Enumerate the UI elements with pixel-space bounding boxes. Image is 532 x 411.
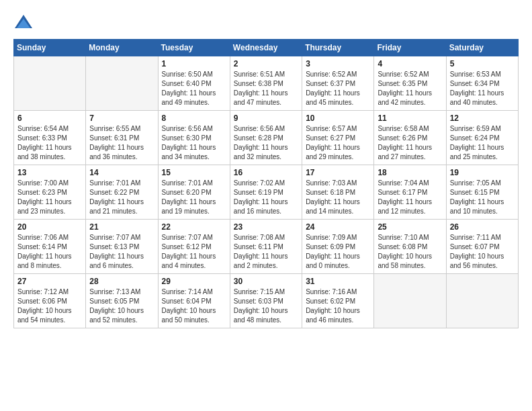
day-number: 28 [89, 277, 154, 286]
day-info: Sunrise: 7:09 AM Sunset: 6:09 PM Dayligh… [306, 233, 370, 271]
day-info: Sunrise: 7:08 AM Sunset: 6:11 PM Dayligh… [234, 233, 298, 271]
day-info: Sunrise: 6:59 AM Sunset: 6:24 PM Dayligh… [450, 124, 515, 162]
day-number: 4 [378, 59, 442, 68]
calendar-cell: 29Sunrise: 7:14 AM Sunset: 6:04 PM Dayli… [158, 274, 230, 328]
calendar-cell: 19Sunrise: 7:05 AM Sunset: 6:15 PM Dayli… [446, 165, 518, 220]
day-info: Sunrise: 7:04 AM Sunset: 6:17 PM Dayligh… [378, 179, 442, 216]
day-info: Sunrise: 7:02 AM Sunset: 6:19 PM Dayligh… [234, 179, 298, 216]
page: SundayMondayTuesdayWednesdayThursdayFrid… [0, 0, 532, 335]
day-info: Sunrise: 6:57 AM Sunset: 6:27 PM Dayligh… [306, 124, 370, 162]
day-number: 5 [450, 59, 515, 68]
col-header-tuesday: Tuesday [158, 40, 230, 56]
day-number: 17 [306, 168, 370, 177]
day-info: Sunrise: 7:01 AM Sunset: 6:22 PM Dayligh… [89, 179, 154, 216]
col-header-monday: Monday [86, 40, 158, 56]
calendar-cell: 21Sunrise: 7:07 AM Sunset: 6:13 PM Dayli… [86, 220, 158, 274]
col-header-thursday: Thursday [302, 40, 374, 56]
day-info: Sunrise: 7:12 AM Sunset: 6:06 PM Dayligh… [17, 287, 82, 325]
day-info: Sunrise: 7:01 AM Sunset: 6:20 PM Dayligh… [162, 179, 226, 216]
day-number: 9 [234, 113, 298, 123]
col-header-sunday: Sunday [14, 40, 86, 56]
day-info: Sunrise: 7:03 AM Sunset: 6:18 PM Dayligh… [306, 179, 370, 216]
calendar-cell: 26Sunrise: 7:11 AM Sunset: 6:07 PM Dayli… [446, 220, 518, 274]
day-info: Sunrise: 7:14 AM Sunset: 6:04 PM Dayligh… [162, 287, 226, 325]
day-info: Sunrise: 6:52 AM Sunset: 6:37 PM Dayligh… [306, 70, 370, 107]
calendar-cell: 2Sunrise: 6:51 AM Sunset: 6:38 PM Daylig… [230, 56, 302, 111]
calendar-cell: 27Sunrise: 7:12 AM Sunset: 6:06 PM Dayli… [14, 274, 86, 328]
day-info: Sunrise: 6:54 AM Sunset: 6:33 PM Dayligh… [17, 124, 82, 162]
day-number: 18 [378, 168, 442, 177]
day-info: Sunrise: 7:05 AM Sunset: 6:15 PM Dayligh… [450, 179, 515, 216]
calendar-cell: 23Sunrise: 7:08 AM Sunset: 6:11 PM Dayli… [230, 220, 302, 274]
day-number: 6 [17, 113, 82, 123]
day-info: Sunrise: 6:53 AM Sunset: 6:34 PM Dayligh… [450, 70, 515, 107]
header-row: SundayMondayTuesdayWednesdayThursdayFrid… [14, 40, 519, 56]
day-number: 24 [306, 222, 370, 232]
calendar-cell: 1Sunrise: 6:50 AM Sunset: 6:40 PM Daylig… [158, 56, 230, 111]
col-header-friday: Friday [374, 40, 446, 56]
day-info: Sunrise: 7:15 AM Sunset: 6:03 PM Dayligh… [234, 287, 298, 325]
calendar-cell: 22Sunrise: 7:07 AM Sunset: 6:12 PM Dayli… [158, 220, 230, 274]
day-number: 14 [89, 168, 154, 177]
week-row-1: 1Sunrise: 6:50 AM Sunset: 6:40 PM Daylig… [14, 56, 519, 111]
day-info: Sunrise: 7:13 AM Sunset: 6:05 PM Dayligh… [89, 287, 154, 325]
week-row-5: 27Sunrise: 7:12 AM Sunset: 6:06 PM Dayli… [14, 274, 519, 328]
calendar-cell: 31Sunrise: 7:16 AM Sunset: 6:02 PM Dayli… [302, 274, 374, 328]
day-number: 30 [234, 277, 298, 286]
week-row-4: 20Sunrise: 7:06 AM Sunset: 6:14 PM Dayli… [14, 220, 519, 274]
header [13, 11, 519, 34]
day-number: 25 [378, 222, 442, 232]
day-info: Sunrise: 6:58 AM Sunset: 6:26 PM Dayligh… [378, 124, 442, 162]
day-number: 7 [89, 113, 154, 123]
week-row-3: 13Sunrise: 7:00 AM Sunset: 6:23 PM Dayli… [14, 165, 519, 220]
day-number: 29 [162, 277, 226, 286]
day-number: 22 [162, 222, 226, 232]
day-info: Sunrise: 7:07 AM Sunset: 6:12 PM Dayligh… [162, 233, 226, 271]
calendar-cell [446, 274, 518, 328]
calendar-cell: 25Sunrise: 7:10 AM Sunset: 6:08 PM Dayli… [374, 220, 446, 274]
day-info: Sunrise: 6:51 AM Sunset: 6:38 PM Dayligh… [234, 70, 298, 107]
day-number: 8 [162, 113, 226, 123]
day-number: 21 [89, 222, 154, 232]
week-row-2: 6Sunrise: 6:54 AM Sunset: 6:33 PM Daylig… [14, 111, 519, 165]
calendar-cell [374, 274, 446, 328]
calendar-cell: 6Sunrise: 6:54 AM Sunset: 6:33 PM Daylig… [14, 111, 86, 165]
day-info: Sunrise: 7:11 AM Sunset: 6:07 PM Dayligh… [450, 233, 515, 271]
calendar-cell: 10Sunrise: 6:57 AM Sunset: 6:27 PM Dayli… [302, 111, 374, 165]
logo [13, 13, 36, 34]
calendar-cell: 7Sunrise: 6:55 AM Sunset: 6:31 PM Daylig… [86, 111, 158, 165]
calendar-cell: 4Sunrise: 6:52 AM Sunset: 6:35 PM Daylig… [374, 56, 446, 111]
col-header-saturday: Saturday [446, 40, 518, 56]
day-info: Sunrise: 6:55 AM Sunset: 6:31 PM Dayligh… [89, 124, 154, 162]
day-info: Sunrise: 7:10 AM Sunset: 6:08 PM Dayligh… [378, 233, 442, 271]
day-number: 15 [162, 168, 226, 177]
day-number: 19 [450, 168, 515, 177]
day-info: Sunrise: 6:56 AM Sunset: 6:30 PM Dayligh… [162, 124, 226, 162]
calendar-cell: 18Sunrise: 7:04 AM Sunset: 6:17 PM Dayli… [374, 165, 446, 220]
calendar-cell: 16Sunrise: 7:02 AM Sunset: 6:19 PM Dayli… [230, 165, 302, 220]
day-number: 11 [378, 113, 442, 123]
col-header-wednesday: Wednesday [230, 40, 302, 56]
day-number: 2 [234, 59, 298, 68]
calendar-cell [86, 56, 158, 111]
day-info: Sunrise: 6:52 AM Sunset: 6:35 PM Dayligh… [378, 70, 442, 107]
day-number: 27 [17, 277, 82, 286]
day-number: 23 [234, 222, 298, 232]
calendar-cell: 3Sunrise: 6:52 AM Sunset: 6:37 PM Daylig… [302, 56, 374, 111]
day-number: 10 [306, 113, 370, 123]
calendar-cell: 13Sunrise: 7:00 AM Sunset: 6:23 PM Dayli… [14, 165, 86, 220]
calendar-cell: 15Sunrise: 7:01 AM Sunset: 6:20 PM Dayli… [158, 165, 230, 220]
day-info: Sunrise: 7:16 AM Sunset: 6:02 PM Dayligh… [306, 287, 370, 325]
calendar-cell: 17Sunrise: 7:03 AM Sunset: 6:18 PM Dayli… [302, 165, 374, 220]
calendar-cell: 5Sunrise: 6:53 AM Sunset: 6:34 PM Daylig… [446, 56, 518, 111]
calendar-cell: 9Sunrise: 6:56 AM Sunset: 6:28 PM Daylig… [230, 111, 302, 165]
day-number: 3 [306, 59, 370, 68]
day-number: 20 [17, 222, 82, 232]
calendar-table: SundayMondayTuesdayWednesdayThursdayFrid… [13, 39, 519, 328]
day-info: Sunrise: 7:06 AM Sunset: 6:14 PM Dayligh… [17, 233, 82, 271]
day-number: 16 [234, 168, 298, 177]
calendar-cell: 11Sunrise: 6:58 AM Sunset: 6:26 PM Dayli… [374, 111, 446, 165]
calendar-cell: 20Sunrise: 7:06 AM Sunset: 6:14 PM Dayli… [14, 220, 86, 274]
calendar-cell: 30Sunrise: 7:15 AM Sunset: 6:03 PM Dayli… [230, 274, 302, 328]
day-info: Sunrise: 7:00 AM Sunset: 6:23 PM Dayligh… [17, 179, 82, 216]
